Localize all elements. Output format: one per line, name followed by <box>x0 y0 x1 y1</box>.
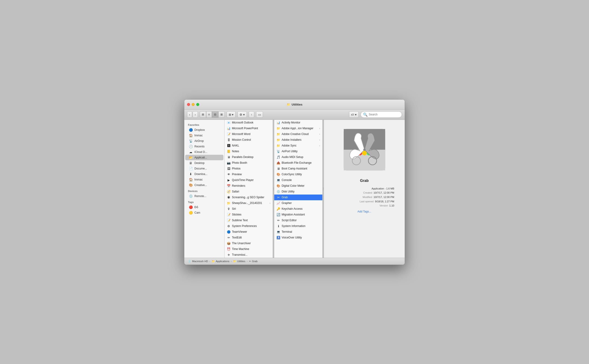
list-item[interactable]: 🎛 Mission Control <box>225 137 273 143</box>
list-item[interactable]: 📁 Adobe Installers › <box>274 137 322 143</box>
type-value: Application - 1.6 MB <box>371 187 394 191</box>
close-button[interactable] <box>187 103 190 106</box>
list-item[interactable]: 📁 Adobe Sync › <box>274 143 322 149</box>
list-item[interactable]: 🖥 Boot Camp Assistant <box>274 166 322 172</box>
list-item[interactable]: 📝 Sublime Text <box>225 218 273 223</box>
app-icon: 📝 <box>227 213 231 216</box>
list-item[interactable]: 💻 Terminal <box>274 229 322 235</box>
back-button[interactable]: ‹ <box>187 111 192 118</box>
list-item[interactable]: 🧭 Safari <box>225 189 273 195</box>
list-item[interactable]: ℹ System Information <box>274 223 322 229</box>
list-item[interactable]: ✏ Script Editor <box>274 218 322 223</box>
list-item[interactable]: ✈ Transmissi... <box>225 252 273 258</box>
breadcrumb-grab[interactable]: ✂ Grab <box>249 260 258 263</box>
app-icon: 🎛 <box>227 138 231 142</box>
type-row: Application - 1.6 MB <box>335 187 394 191</box>
action-button[interactable]: ⚙ ▾ <box>238 111 247 118</box>
forward-button[interactable]: › <box>192 111 198 118</box>
status-bar: 💿 Macintosh HD › 📁 Applications › 📁 Util… <box>184 258 405 265</box>
space-button[interactable]: ▭ <box>256 111 263 118</box>
list-item[interactable]: 💿 Disk Utility <box>274 189 322 195</box>
list-item[interactable]: 👁 Preview <box>225 172 273 177</box>
list-item[interactable]: 📧 Microsoft Outlook <box>225 120 273 126</box>
list-item[interactable]: ✏ TextEdit <box>225 235 273 240</box>
list-item[interactable]: 📝 Microsoft Word <box>225 131 273 137</box>
icon-view-button[interactable]: ⊞ <box>200 111 206 118</box>
arrow-icon: › <box>319 133 320 136</box>
list-item[interactable]: 📷 Photo Booth <box>225 160 273 166</box>
sidebar-item-downloads[interactable]: ⬇ Downloa... <box>185 171 223 177</box>
list-item[interactable]: 🎨 ColorSync Utility <box>274 172 322 177</box>
search-icon: 🔍 <box>363 112 368 117</box>
breadcrumb-macintosh[interactable]: 💿 Macintosh HD <box>188 260 208 263</box>
sidebar-item-tag-red[interactable]: 🔴 Đỏ <box>185 204 223 210</box>
list-item[interactable]: ⚙ System Preferences <box>225 223 273 229</box>
app-icon: 📦 <box>227 242 231 245</box>
list-item[interactable]: 📈 Grapher <box>274 200 322 206</box>
list-item[interactable]: 🖼 Photos <box>225 166 273 172</box>
app-icon: 📊 <box>277 121 280 124</box>
app-icon: 📅 <box>227 184 231 188</box>
sidebar-item-hnmac2[interactable]: 🏠 hnmac <box>185 177 223 182</box>
list-item[interactable]: 🎙 Siri <box>225 206 273 212</box>
list-item[interactable]: 📁 Adobe Appl...ion Manager › <box>274 126 322 131</box>
minimize-button[interactable] <box>192 103 195 106</box>
list-item[interactable]: ▶ QuickTime Player <box>225 177 273 183</box>
created-row: Created 10/7/17, 12:00 PM <box>335 191 394 195</box>
list-item[interactable]: 🖥 Parallels Desktop <box>225 154 273 160</box>
list-item[interactable]: ⏰ Time Machine <box>225 246 273 252</box>
list-item[interactable]: 📅 Reminders <box>225 183 273 189</box>
tag-button[interactable]: 🏷 ▾ <box>349 111 359 118</box>
maximize-button[interactable] <box>196 103 199 106</box>
breadcrumb-utilities[interactable]: 📁 Utilities <box>233 260 245 263</box>
breadcrumb-applications[interactable]: 📁 Applications <box>212 260 229 263</box>
version-label: Version <box>379 203 388 208</box>
sidebar-item-icloud[interactable]: ☁ iCloud D... <box>185 149 223 155</box>
list-item[interactable]: 🕷 Screaming...g SEO Spider <box>225 195 273 200</box>
sidebar-item-remote[interactable]: 💿 Remote... <box>185 193 223 199</box>
list-item[interactable]: 🎵 Audio MIDI Setup <box>274 154 322 160</box>
share-button[interactable]: ↑ <box>249 111 254 118</box>
list-item[interactable]: 🔄 Migration Assistant <box>274 212 322 218</box>
search-box[interactable]: 🔍 <box>361 111 402 118</box>
tags-label: Tags <box>184 199 224 204</box>
list-view-button[interactable]: ≡ <box>206 111 212 118</box>
sidebar-item-creative[interactable]: 🎨 Creative... <box>185 182 223 188</box>
sidebar-item-airdrop[interactable]: 📡 AirDrop <box>185 138 223 144</box>
sidebar-item-hnmac[interactable]: 🏠 hnmac <box>185 133 223 138</box>
list-item[interactable]: 📝 Stickies <box>225 212 273 218</box>
search-input[interactable] <box>369 113 399 116</box>
app-icon: ✈ <box>227 253 231 257</box>
list-item[interactable]: 📤 Bluetooth File Exchange <box>274 160 322 166</box>
add-tags-link[interactable]: Add Tags... <box>357 210 371 213</box>
list-item[interactable]: 📒 Notes <box>225 149 273 154</box>
list-item[interactable]: 📦 The Unarchiver <box>225 240 273 246</box>
sidebar-item-desktop[interactable]: 🖥 Desktop <box>185 160 223 166</box>
app-icon: ♿ <box>277 236 280 239</box>
cover-view-button[interactable]: ⊠ <box>218 111 225 118</box>
list-item[interactable]: 🎨 Digital Color Meter <box>274 183 322 189</box>
list-item[interactable]: 💻 Console <box>274 177 322 183</box>
title-icon: 📁 <box>287 103 290 106</box>
sidebar-item-applications[interactable]: 📂 Applicati... <box>185 155 223 160</box>
column-view-button[interactable]: ⊟ <box>212 111 218 118</box>
arrow-icon: › <box>319 139 320 141</box>
list-item[interactable]: ♿ VoiceOver Utility <box>274 235 322 240</box>
list-item[interactable]: 📊 Microsoft PowerPoint <box>225 126 273 131</box>
list-item[interactable]: 🔑 Keychain Access <box>274 206 322 212</box>
list-item-grab[interactable]: ✂ Grab <box>274 195 322 200</box>
app-icon: 📤 <box>277 161 280 165</box>
list-item[interactable]: 📁 SheepShav..._20140201 › <box>225 200 273 206</box>
sidebar-item-tag-orange[interactable]: 🟡 Cam <box>185 210 223 215</box>
list-item[interactable]: 📡 AirPort Utility <box>274 149 322 154</box>
window-title: 📁 Utilities <box>287 103 303 106</box>
list-item[interactable]: 🅽 NAKL <box>225 143 273 149</box>
list-item[interactable]: 🔵 TeamViewer <box>225 229 273 235</box>
list-item[interactable]: 📁 Adobe Creative Cloud › <box>274 131 322 137</box>
arrange-button[interactable]: ⊞ ▾ <box>227 111 236 118</box>
breadcrumb-sep-2: › <box>231 260 232 263</box>
list-item[interactable]: 📊 Activity Monitor <box>274 120 322 126</box>
sidebar-item-dropbox[interactable]: 🔵 Dropbox <box>185 127 223 133</box>
sidebar-item-recents[interactable]: 🕐 Recents <box>185 144 223 149</box>
sidebar-item-documents[interactable]: 📄 Docume... <box>185 166 223 171</box>
